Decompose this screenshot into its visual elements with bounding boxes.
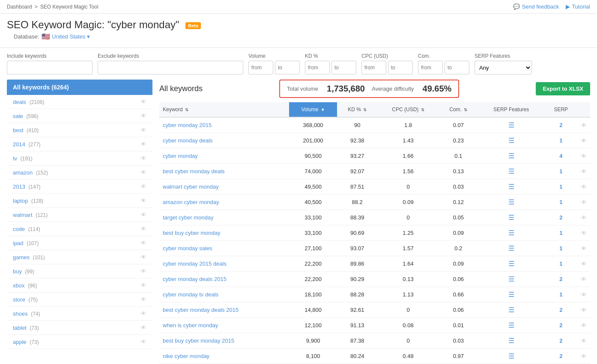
sidebar-item[interactable]: walmart (121) 👁 <box>7 208 152 222</box>
exclude-keywords-input[interactable] <box>98 61 243 74</box>
sidebar-item-link[interactable]: 2014 <box>13 141 25 148</box>
eye-icon[interactable]: 👁 <box>140 98 146 105</box>
eye-icon[interactable]: 👁 <box>140 141 146 148</box>
eye-icon[interactable]: 👁 <box>140 183 146 190</box>
sidebar-item[interactable]: xbox (96) 👁 <box>7 278 152 293</box>
eye-icon[interactable]: 👁 <box>140 282 146 289</box>
keyword-link[interactable]: amazon cyber monday <box>163 199 219 205</box>
col-kd[interactable]: KD % ⇅ <box>337 102 377 117</box>
keyword-link[interactable]: best buy cyber monday 2015 <box>163 337 234 344</box>
eye-icon[interactable]: 👁 <box>140 169 146 176</box>
sidebar-item[interactable]: 2013 (147) 👁 <box>7 180 152 194</box>
cpc-from-input[interactable] <box>361 61 386 74</box>
sidebar-item-link[interactable]: shoes <box>13 311 28 317</box>
sidebar-item-link[interactable]: laptop <box>13 198 28 204</box>
row-eye-icon[interactable]: 👁 <box>581 322 587 329</box>
row-eye-icon[interactable]: 👁 <box>581 137 587 144</box>
row-eye-icon[interactable]: 👁 <box>581 291 587 298</box>
eye-icon[interactable]: 👁 <box>140 225 146 232</box>
sidebar-item-link[interactable]: walmart <box>13 212 33 218</box>
volume-from-input[interactable] <box>248 61 273 74</box>
keyword-link[interactable]: cyber monday deals <box>163 137 212 144</box>
keyword-link[interactable]: target cyber monday <box>163 214 214 221</box>
keyword-link[interactable]: cyber monday 2015 deals <box>163 260 227 267</box>
sidebar-item-link[interactable]: buy <box>13 268 22 275</box>
serp-features-select[interactable]: Any Featured Snippet Site Links Image Pa… <box>475 61 532 74</box>
sidebar-item-link[interactable]: store <box>13 296 25 303</box>
eye-icon[interactable]: 👁 <box>140 112 146 119</box>
sidebar-item[interactable]: deals (2106) 👁 <box>7 95 152 109</box>
keyword-link[interactable]: cyber monday 2015 <box>163 122 212 128</box>
row-eye-icon[interactable]: 👁 <box>581 199 587 206</box>
eye-icon[interactable]: 👁 <box>140 254 146 260</box>
send-feedback-button[interactable]: 💬 Send feedback <box>513 3 559 10</box>
sidebar-item[interactable]: laptop (128) 👁 <box>7 194 152 208</box>
row-eye-icon[interactable]: 👁 <box>581 168 587 175</box>
row-eye-icon[interactable]: 👁 <box>581 230 587 237</box>
db-dropdown[interactable]: 🇺🇸 United States ▾ <box>42 33 90 41</box>
sidebar-item[interactable]: apple (73) 👁 <box>7 335 152 349</box>
eye-icon[interactable]: 👁 <box>140 197 146 204</box>
row-eye-icon[interactable]: 👁 <box>581 183 587 190</box>
keyword-link[interactable]: best buy cyber monday <box>163 230 220 236</box>
sidebar-item-link[interactable]: apple <box>13 339 27 345</box>
sidebar-item-link[interactable]: games <box>13 254 30 260</box>
col-volume[interactable]: Volume ▼ <box>289 102 337 117</box>
eye-icon[interactable]: 👁 <box>140 211 146 218</box>
sidebar-item-link[interactable]: best <box>13 127 24 133</box>
eye-icon[interactable]: 👁 <box>140 268 146 275</box>
eye-icon[interactable]: 👁 <box>140 240 146 246</box>
sidebar-item-link[interactable]: sale <box>13 113 23 119</box>
eye-icon[interactable]: 👁 <box>140 324 146 331</box>
keyword-link[interactable]: when is cyber monday <box>163 322 218 328</box>
sidebar-item-link[interactable]: tablet <box>13 325 27 331</box>
col-cpc[interactable]: CPC (USD) ⇅ <box>377 102 439 117</box>
keyword-link[interactable]: best cyber monday deals <box>163 168 225 175</box>
include-keywords-input[interactable] <box>7 61 93 74</box>
com-from-input[interactable] <box>418 61 443 74</box>
sidebar-item-link[interactable]: tv <box>13 155 17 162</box>
col-com[interactable]: Com. ⇅ <box>439 102 478 117</box>
keyword-link[interactable]: best cyber monday deals 2015 <box>163 307 239 313</box>
tutorial-button[interactable]: ▶ Tutorial <box>566 3 590 10</box>
com-to-input[interactable] <box>445 61 469 74</box>
sidebar-item-link[interactable]: amazon <box>13 169 33 176</box>
kd-from-input[interactable] <box>305 61 330 74</box>
sidebar-item[interactable]: shoes (74) 👁 <box>7 307 152 321</box>
sidebar-item-link[interactable]: 2013 <box>13 183 25 190</box>
keyword-link[interactable]: cyber monday <box>163 153 198 159</box>
sidebar-item-link[interactable]: xbox <box>13 282 24 289</box>
keyword-link[interactable]: walmart cyber monday <box>163 183 219 190</box>
row-eye-icon[interactable]: 👁 <box>581 307 587 314</box>
sidebar-item-link[interactable]: code <box>13 226 25 232</box>
row-eye-icon[interactable]: 👁 <box>581 260 587 267</box>
sidebar-item-link[interactable]: ipad <box>13 240 24 246</box>
sidebar-item[interactable]: games (101) 👁 <box>7 250 152 264</box>
keyword-link[interactable]: cyber monday tv deals <box>163 291 218 298</box>
row-eye-icon[interactable]: 👁 <box>581 153 587 160</box>
eye-icon[interactable]: 👁 <box>140 310 146 317</box>
eye-icon[interactable]: 👁 <box>140 155 146 162</box>
row-eye-icon[interactable]: 👁 <box>581 122 587 129</box>
export-xlsx-button[interactable]: Export to XLSX <box>536 82 590 95</box>
col-keyword[interactable]: Keyword ⇅ <box>159 102 289 117</box>
sidebar-item[interactable]: store (75) 👁 <box>7 293 152 307</box>
sidebar-item[interactable]: best (410) 👁 <box>7 123 152 137</box>
volume-to-input[interactable] <box>275 61 300 74</box>
keyword-link[interactable]: cyber monday deals 2015 <box>163 276 227 282</box>
sidebar-item[interactable]: ipad (107) 👁 <box>7 236 152 250</box>
sidebar-item[interactable]: amazon (152) 👁 <box>7 166 152 180</box>
eye-icon[interactable]: 👁 <box>140 296 146 303</box>
kd-to-input[interactable] <box>331 61 356 74</box>
row-eye-icon[interactable]: 👁 <box>581 353 587 360</box>
eye-icon[interactable]: 👁 <box>140 338 146 345</box>
keyword-link[interactable]: cyber monday sales <box>163 245 212 252</box>
sidebar-item[interactable]: buy (99) 👁 <box>7 264 152 278</box>
sidebar-item[interactable]: tablet (73) 👁 <box>7 321 152 335</box>
eye-icon[interactable]: 👁 <box>140 127 146 133</box>
cpc-to-input[interactable] <box>388 61 413 74</box>
keyword-link[interactable]: nike cyber monday <box>163 353 209 359</box>
row-eye-icon[interactable]: 👁 <box>581 245 587 252</box>
row-eye-icon[interactable]: 👁 <box>581 337 587 344</box>
sidebar-item[interactable]: code (114) 👁 <box>7 222 152 236</box>
